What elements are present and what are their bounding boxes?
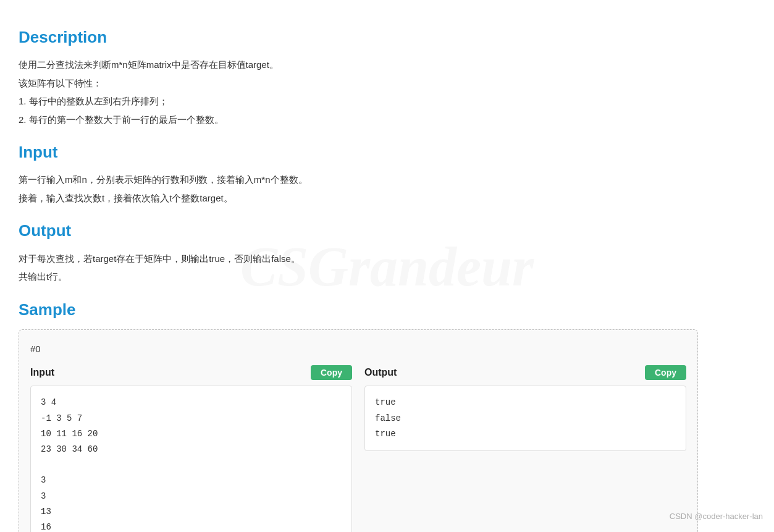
attribution: CSDN @coder-hacker-lan <box>670 510 763 523</box>
output-title: Output <box>19 217 698 244</box>
description-title: Description <box>19 23 698 51</box>
output-line-1: 对于每次查找，若target存在于矩阵中，则输出true，否则输出false。 <box>19 251 698 267</box>
description-line-3: 1. 每行中的整数从左到右升序排列； <box>19 93 698 109</box>
sample-output-label: Output <box>364 364 397 381</box>
sample-row: Input Copy 3 4 -1 3 5 7 10 11 16 20 23 3… <box>30 364 686 532</box>
sample-output-code: true false true <box>364 386 686 451</box>
output-body: 对于每次查找，若target存在于矩阵中，则输出true，否则输出false。 … <box>19 251 698 285</box>
sample-input-label: Input <box>30 364 54 381</box>
description-line-1: 使用二分查找法来判断m*n矩阵matrix中是否存在目标值target。 <box>19 57 698 73</box>
sample-output-copy-button[interactable]: Copy <box>645 365 686 380</box>
sample-input-block: Input Copy 3 4 -1 3 5 7 10 11 16 20 23 3… <box>30 364 352 532</box>
input-title: Input <box>19 138 698 166</box>
sample-title: Sample <box>19 296 698 323</box>
sample-input-copy-button[interactable]: Copy <box>311 365 352 380</box>
input-line-1: 第一行输入m和n，分别表示矩阵的行数和列数，接着输入m*n个整数。 <box>19 172 698 188</box>
input-body: 第一行输入m和n，分别表示矩阵的行数和列数，接着输入m*n个整数。 接着，输入查… <box>19 172 698 206</box>
sample-input-header: Input Copy <box>30 364 352 381</box>
description-body: 使用二分查找法来判断m*n矩阵matrix中是否存在目标值target。 该矩阵… <box>19 57 698 127</box>
sample-output-header: Output Copy <box>364 364 686 381</box>
description-line-4: 2. 每行的第一个整数大于前一行的最后一个整数。 <box>19 112 698 128</box>
sample-output-block: Output Copy true false true <box>364 364 686 532</box>
sample-input-code: 3 4 -1 3 5 7 10 11 16 20 23 30 34 60 3 3… <box>30 386 352 532</box>
sample-id: #0 <box>30 341 686 357</box>
output-line-2: 共输出t行。 <box>19 269 698 285</box>
main-content: Description 使用二分查找法来判断m*n矩阵matrix中是否存在目标… <box>19 23 698 532</box>
sample-container: #0 Input Copy 3 4 -1 3 5 7 10 11 16 20 2… <box>19 329 698 532</box>
input-line-2: 接着，输入查找次数t，接着依次输入t个整数target。 <box>19 190 698 206</box>
description-line-2: 该矩阵有以下特性： <box>19 75 698 91</box>
